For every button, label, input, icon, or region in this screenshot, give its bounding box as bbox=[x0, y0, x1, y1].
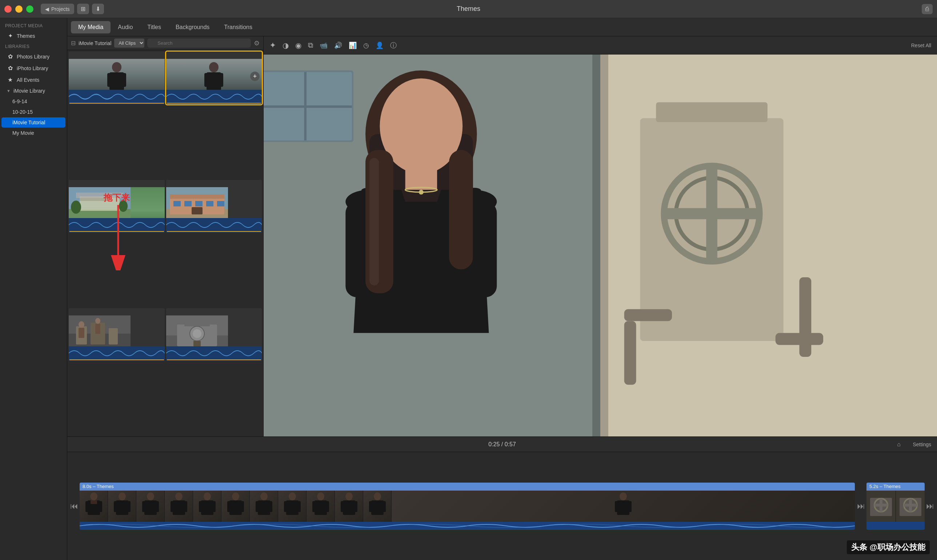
tab-transitions[interactable]: Transitions bbox=[217, 21, 260, 34]
svg-rect-6 bbox=[204, 73, 210, 87]
main-clip-segment[interactable]: 8.0s – Themes bbox=[80, 483, 855, 530]
svg-point-87 bbox=[175, 492, 182, 500]
sidebar-item-imovie-library[interactable]: ▼ iMovie Library bbox=[2, 86, 65, 96]
svg-rect-15 bbox=[80, 198, 109, 201]
media-thumb-2[interactable]: + bbox=[166, 52, 262, 104]
track-end-button-mid[interactable]: ⏭ bbox=[855, 483, 866, 530]
tab-backgrounds[interactable]: Backgrounds bbox=[168, 21, 217, 34]
waveform-svg-3 bbox=[69, 218, 165, 232]
settings-gear-button[interactable]: ⚙ bbox=[254, 39, 260, 47]
svg-point-83 bbox=[147, 492, 154, 500]
clip1-audio bbox=[80, 522, 855, 530]
stabilize-icon[interactable]: 📹 bbox=[320, 42, 328, 49]
waveform-svg-1 bbox=[69, 90, 165, 103]
imovie-library-label: iMovie Library bbox=[14, 88, 45, 94]
timeline-track-row: 8.0s – Themes bbox=[80, 483, 935, 530]
svg-rect-90 bbox=[183, 501, 187, 512]
svg-rect-59 bbox=[370, 158, 379, 285]
svg-rect-12 bbox=[76, 192, 123, 198]
svg-rect-19 bbox=[170, 194, 224, 199]
color-balance-icon[interactable]: ◑ bbox=[282, 41, 289, 50]
svg-rect-58 bbox=[449, 150, 473, 269]
end-clip-segment[interactable]: 5.2s – Themes bbox=[866, 483, 925, 530]
magic-wand-icon[interactable]: ✦ bbox=[270, 41, 276, 50]
search-input[interactable] bbox=[147, 38, 251, 48]
waveform-line-1 bbox=[69, 103, 164, 103]
filmstrip-end bbox=[866, 491, 925, 522]
download-button[interactable]: ⬇ bbox=[92, 4, 104, 14]
media-thumb-3[interactable] bbox=[69, 180, 165, 232]
svg-rect-25 bbox=[192, 207, 202, 214]
media-thumb-1[interactable] bbox=[69, 52, 165, 104]
frame-person-svg-9 bbox=[307, 491, 335, 522]
clip2-label: 5.2s – Themes bbox=[866, 483, 925, 491]
tab-my-media[interactable]: My Media bbox=[71, 21, 111, 34]
svg-rect-102 bbox=[268, 501, 272, 512]
svg-rect-7 bbox=[218, 73, 223, 87]
svg-rect-56 bbox=[469, 202, 497, 297]
projects-button[interactable]: ◀ Projects bbox=[41, 4, 74, 14]
clip2-audio bbox=[866, 522, 925, 530]
filmstrip-main bbox=[80, 491, 855, 522]
media-thumb-5[interactable] bbox=[69, 308, 165, 361]
speed-icon[interactable]: ◷ bbox=[363, 42, 369, 49]
crop-icon[interactable]: ⧉ bbox=[308, 41, 313, 49]
svg-rect-41 bbox=[193, 341, 201, 346]
close-button[interactable] bbox=[5, 5, 12, 13]
sidebar-item-my-movie[interactable]: My Movie bbox=[2, 128, 65, 138]
fullscreen-button[interactable] bbox=[26, 5, 34, 13]
date1-label: 6-9-14 bbox=[12, 98, 27, 104]
tab-titles[interactable]: Titles bbox=[140, 21, 168, 34]
svg-rect-22 bbox=[195, 201, 202, 206]
my-movie-label: My Movie bbox=[12, 130, 34, 136]
timeline-settings-button[interactable]: Settings bbox=[912, 442, 931, 447]
svg-point-40 bbox=[193, 329, 202, 338]
frame-person-svg-11 bbox=[363, 491, 391, 522]
face-detect-icon[interactable]: 👤 bbox=[376, 42, 384, 49]
list-view-button[interactable]: ⊟ bbox=[71, 40, 76, 46]
waveform-svg-2 bbox=[166, 90, 262, 103]
filter-select[interactable]: All Clips bbox=[114, 38, 144, 48]
info-icon[interactable]: ⓘ bbox=[390, 41, 397, 50]
volume-icon[interactable]: 🔊 bbox=[334, 42, 342, 49]
minimize-button[interactable] bbox=[15, 5, 23, 13]
waveform-line-6 bbox=[167, 359, 261, 360]
titlebar: ◀ Projects ⊞ ⬇ Themes ⎙ bbox=[0, 0, 937, 18]
iphoto-library-label: iPhoto Library bbox=[17, 65, 48, 71]
track-start-button[interactable]: ⏮ bbox=[69, 500, 80, 512]
color-correct-icon[interactable]: ◉ bbox=[295, 41, 301, 50]
frame-person-svg-7 bbox=[250, 491, 278, 522]
sidebar-item-imovie-tutorial[interactable]: iMovie Tutorial bbox=[2, 117, 65, 128]
tl-frame-9 bbox=[307, 491, 335, 522]
share-button[interactable]: ⎙ bbox=[922, 4, 932, 14]
grid-view-button[interactable]: ⊞ bbox=[77, 4, 89, 14]
waveform-5 bbox=[69, 346, 165, 361]
frame-person-svg-last bbox=[609, 491, 637, 522]
sidebar-item-photos[interactable]: ✿ Photos Library bbox=[2, 51, 65, 62]
preview-scene-svg bbox=[264, 54, 937, 437]
track-end-button[interactable]: ⏭ bbox=[925, 483, 935, 530]
sidebar-item-iphoto[interactable]: ✿ iPhoto Library bbox=[2, 63, 65, 74]
frame-person-svg-5 bbox=[193, 491, 222, 522]
svg-point-0 bbox=[112, 62, 122, 72]
chevron-left-icon: ◀ bbox=[45, 6, 49, 12]
watermark: 头条 @职场办公技能 bbox=[847, 540, 930, 554]
themes-label: Themes bbox=[17, 33, 35, 39]
sidebar-item-date1[interactable]: 6-9-14 bbox=[2, 96, 65, 106]
sidebar-item-themes[interactable]: ✦ Themes bbox=[2, 30, 65, 42]
frame-person-svg-6 bbox=[222, 491, 250, 522]
waveform-line-2 bbox=[167, 103, 261, 103]
tab-audio[interactable]: Audio bbox=[111, 21, 140, 34]
add-clip-button[interactable]: + bbox=[250, 72, 260, 81]
media-thumb-6[interactable] bbox=[166, 308, 262, 361]
machinery-svg-1 bbox=[866, 491, 895, 522]
reset-all-button[interactable]: Reset All bbox=[911, 43, 931, 48]
sidebar-item-date2[interactable]: 10-20-15 bbox=[2, 107, 65, 117]
timeline-home-icon[interactable]: ⌂ bbox=[897, 441, 901, 448]
svg-rect-86 bbox=[154, 501, 159, 512]
noise-reduction-icon[interactable]: 📊 bbox=[349, 42, 357, 49]
svg-rect-106 bbox=[296, 501, 301, 512]
sidebar-item-all-events[interactable]: ★ All Events bbox=[2, 74, 65, 85]
media-thumb-4[interactable] bbox=[166, 180, 262, 232]
thumb-inner-5 bbox=[69, 308, 165, 361]
